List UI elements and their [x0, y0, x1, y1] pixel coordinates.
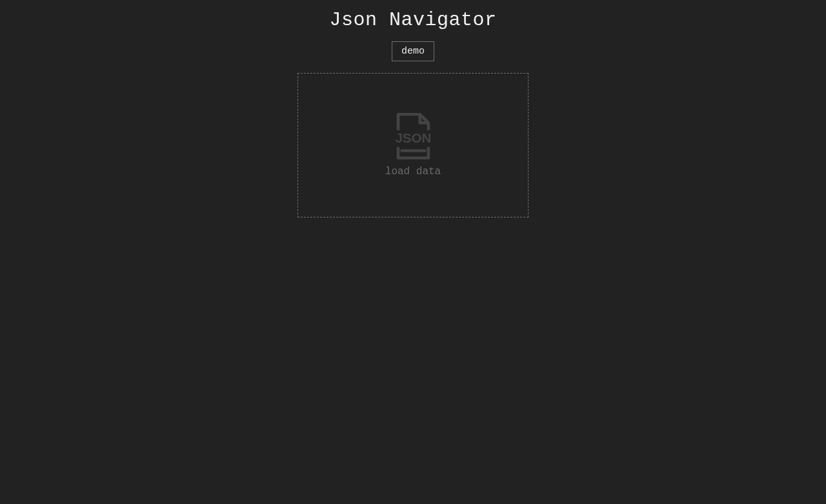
load-data-label: load data — [385, 166, 441, 177]
svg-text:JSON: JSON — [396, 130, 432, 145]
page-title: Json Navigator — [329, 9, 496, 31]
file-dropzone[interactable]: JSON load data — [297, 73, 529, 217]
json-file-icon: JSON — [388, 113, 437, 159]
app-container: Json Navigator demo JSON load data — [0, 0, 826, 217]
demo-button[interactable]: demo — [392, 41, 434, 61]
dropzone-content: JSON load data — [385, 113, 441, 177]
